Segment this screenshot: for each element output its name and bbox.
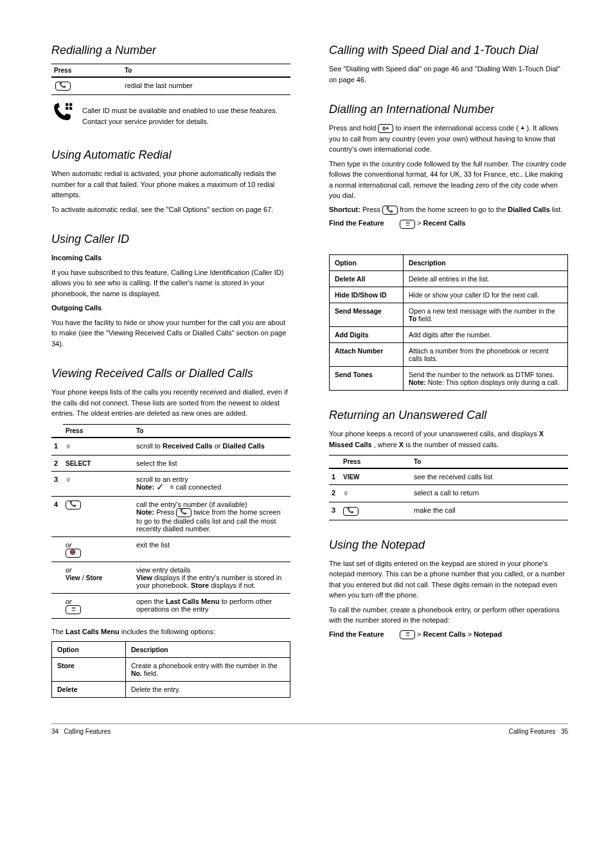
to-cell: open the Last Calls Menu to perform othe… [134, 594, 290, 619]
footer-label-left: Calling Features [64, 728, 111, 735]
opt-sendtones-desc: Send the number to the network as DTMF t… [404, 367, 568, 391]
auto-redial-p2: To activate automatic redial, see the "C… [51, 204, 290, 215]
opt-sendmsg-desc: Open a new text message with the number … [404, 303, 568, 327]
bold-received: Received Calls [163, 442, 213, 450]
outgoing-text: You have the facility to hide or show yo… [51, 317, 290, 350]
softkey-view: VIEW [343, 474, 360, 481]
press-cell: or [63, 594, 134, 619]
th-press: Press [51, 64, 122, 78]
opt-attach: Attach Number [330, 343, 404, 367]
text: The [51, 628, 66, 635]
press-cell [63, 471, 134, 496]
find-label: Find the Feature [329, 630, 384, 638]
redial-step-table: Press To redial the last number [51, 64, 290, 95]
text: list. [552, 206, 563, 213]
press-cell [341, 485, 411, 502]
text: field. [144, 669, 158, 677]
end-icon [66, 549, 81, 558]
th-to: To [411, 456, 568, 469]
note-label: Note: [136, 508, 154, 516]
th-to: To [134, 424, 290, 438]
footer-label-right: Calling Features [509, 728, 556, 735]
to-cell: view entry details View displays if the … [134, 562, 290, 594]
opt-adddigits-desc: Add digits after the number. [404, 327, 568, 343]
opt-sendtones: Send Tones [330, 367, 404, 391]
recent-calls-bold: Recent Calls [423, 219, 466, 227]
nav-icon [343, 489, 352, 498]
sub-incoming: Incoming Calls [51, 254, 102, 261]
check-icon [156, 483, 168, 492]
or-text: or [66, 566, 72, 574]
notepad-bold: Notepad [474, 630, 502, 638]
text: scroll to [136, 442, 163, 450]
svg-rect-2 [66, 107, 68, 110]
or-text: or [66, 541, 72, 549]
footer-right: Calling Features 35 [509, 728, 568, 735]
text: is the number of missed calls. [405, 441, 499, 448]
send-icon [382, 206, 398, 215]
to-cell: select the list [134, 455, 290, 471]
to-cell: redial the last number [122, 77, 290, 95]
feature-callerid-note: Caller ID must be available and enabled … [51, 102, 290, 130]
th-blank [51, 424, 63, 438]
dialled-bold: Dialled Calls [508, 206, 549, 213]
opt-delete: Delete [52, 681, 126, 697]
lcm-caption: The Last Calls Menu includes the followi… [51, 626, 290, 637]
to-cell: make the call [411, 502, 568, 520]
th-press: Press [63, 424, 134, 438]
text: Your phone keeps a record of your unansw… [329, 430, 537, 438]
missed-steps-table: Press To 1 VIEW see the received calls l… [329, 455, 568, 520]
shortcut-note: Shortcut: Press from the home screen to … [329, 205, 568, 215]
viewing-p1: Your phone keeps lists of the calls you … [51, 387, 290, 419]
text: includes the following options: [121, 628, 215, 635]
send-icon [66, 500, 81, 509]
page-footer: 34 Calling Features Calling Features 35 [51, 723, 568, 735]
footer-left: 34 Calling Features [51, 728, 111, 735]
text: > [417, 219, 423, 227]
opt-sendmsg: Send Message [330, 303, 404, 327]
svg-rect-1 [69, 103, 72, 106]
press-cell: SELECT [63, 455, 134, 471]
to-cell: scroll to Received Calls or Dialled Call… [134, 438, 290, 456]
viewing-steps-table: Press To 1 scroll to Received Calls or D… [51, 424, 290, 619]
step-num: 2 [329, 485, 341, 502]
heading-notepad: Using the Notepad [329, 538, 568, 552]
menu-icon [400, 220, 415, 229]
press-cell: VIEW [341, 468, 411, 485]
feature-text: Caller ID must be available and enabled … [82, 105, 290, 127]
press-cell [63, 438, 134, 456]
step-num: 1 [329, 468, 341, 485]
text: Open a new text message with the number … [409, 307, 555, 315]
heading-caller-id: Using Caller ID [51, 233, 290, 246]
step-num: 3 [51, 471, 63, 496]
page-number-left: 34 [51, 728, 58, 735]
to-cell: call the entry's number (if available) N… [134, 496, 290, 536]
text: from the home screen to go to the [400, 206, 508, 213]
returning-p1: Your phone keeps a record of your unansw… [329, 429, 568, 450]
plus-text: + [520, 124, 524, 132]
th-desc: Description [404, 255, 568, 271]
incoming-text: If you have subscribed to this feature, … [51, 267, 290, 299]
heading-intl: Dialling an International Number [329, 103, 568, 116]
opt-delete-desc: Delete the entry. [126, 681, 290, 697]
zero-key-icon [378, 124, 393, 133]
shortcut-label: Shortcut: [329, 206, 360, 213]
heading-redialling: Redialling a Number [51, 44, 290, 57]
opt-delete-all-desc: Delete all entries in the list. [404, 271, 568, 287]
left-column: Redialling a Number Press To redial the … [51, 26, 290, 698]
press-cell: or [63, 536, 134, 562]
bold-dialled: Dialled Calls [223, 442, 265, 450]
sub-outgoing: Outgoing Calls [51, 304, 102, 312]
softkey-select: SELECT [66, 460, 91, 467]
send-icon [343, 507, 359, 516]
to-cell: select a call to return [411, 485, 568, 502]
note-label: Note: [136, 483, 154, 491]
nav-icon [66, 475, 75, 484]
text: Create a phonebook entry with the number… [131, 662, 278, 669]
no-bold: No. [131, 669, 142, 677]
intl-p1: Press and hold to insert the internation… [329, 123, 568, 155]
text: redial the last number [125, 82, 193, 89]
th-option: Option [52, 641, 126, 657]
phone-feature-icon [51, 102, 73, 125]
speed-dial-p: See "Dialling with Speed dial" on page 4… [329, 64, 568, 85]
